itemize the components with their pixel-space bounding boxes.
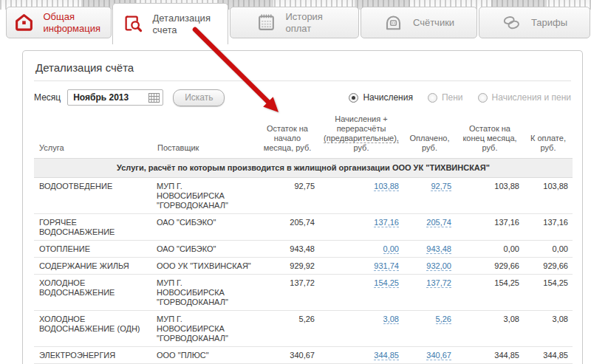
accrued-amount-link[interactable]: 154,25 [374, 278, 399, 288]
column-header-supplier: Поставщик [152, 111, 256, 159]
radio-label: Начисления [363, 92, 413, 103]
accruals-preliminary-hint: (предварительные), [324, 134, 399, 143]
to-pay-cell: 0,00 [524, 241, 573, 258]
paid-cell: 5,26 [403, 311, 456, 347]
paid-amount-link[interactable]: 932,00 [426, 261, 451, 271]
supplier-cell: ОАО "СИБЭКО" [152, 241, 256, 258]
invoice-search-icon [123, 14, 143, 34]
radio-label: Пени [442, 92, 463, 103]
start-balance-cell: 943,48 [256, 241, 319, 258]
service-row: ХОЛОДНОЕ ВОДОСНАБЖЕНИЕ МУП Г. НОВОСИБИРС… [34, 275, 573, 311]
meter-icon [383, 13, 403, 32]
accrued-cell: 344,85 [319, 347, 403, 364]
supplier-cell: МУП Г. НОВОСИБИРСКА "ГОРВОДОКАНАЛ" [152, 275, 256, 311]
supplier-cell: ООО "ПЛЮС" [152, 347, 256, 364]
service-row: ЭЛЕКТРОЭНЕРГИЯ ООО "ПЛЮС" 340,67 344,85 … [34, 347, 573, 364]
to-pay-cell: 344,85 [524, 347, 573, 364]
filter-controls: Месяц Искать Начисления Пени [34, 88, 571, 107]
accrued-amount-link[interactable]: 344,85 [374, 351, 399, 360]
page-title: Детализация счёта [34, 58, 571, 81]
service-row: ХОЛОДНОЕ ВОДОСНАБЖЕНИЕ (ОДН) МУП Г. НОВО… [34, 311, 573, 347]
page: Общая информация Детализация счета Истор… [0, 0, 591, 364]
accrued-amount-link[interactable]: 137,16 [374, 218, 399, 227]
month-label: Месяц [34, 92, 61, 103]
accrued-cell: 0,00 [319, 241, 403, 258]
paid-amount-link[interactable]: 137,72 [426, 278, 451, 288]
end-balance-cell: 0,00 [456, 241, 524, 258]
tab-general-info[interactable]: Общая информация [6, 7, 112, 38]
paid-cell: 932,00 [403, 258, 456, 275]
start-balance-cell: 340,67 [256, 347, 319, 364]
radio-accruals[interactable]: Начисления [349, 92, 413, 103]
end-balance-cell: 154,25 [456, 275, 524, 311]
accrued-amount-link[interactable]: 931,74 [374, 261, 399, 271]
accrued-amount-link[interactable]: 0,00 [383, 244, 399, 254]
service-row: ВОДООТВЕДЕНИЕ МУП Г. НОВОСИБИРСКА "ГОРВО… [34, 178, 573, 214]
search-button[interactable]: Искать [173, 89, 225, 106]
paid-cell: 92,75 [403, 178, 456, 214]
to-pay-cell: 103,88 [524, 178, 573, 214]
end-balance-cell: 3,08 [456, 311, 524, 347]
start-balance-cell: 92,75 [256, 178, 319, 214]
service-name-cell: ЭЛЕКТРОЭНЕРГИЯ [34, 347, 152, 364]
to-pay-cell: 154,25 [524, 275, 573, 311]
column-header-start-balance: Остаток на начало месяца, руб. [256, 111, 319, 159]
paid-amount-link[interactable]: 340,67 [426, 351, 451, 360]
tab-tariffs[interactable]: Тарифы [479, 7, 590, 38]
start-balance-cell: 137,72 [256, 275, 319, 311]
supplier-cell: ОАО "СИБЭКО" [152, 214, 256, 241]
group-header-text: Услуги, расчёт по которым производится в… [34, 159, 573, 178]
column-header-service: Услуга [34, 111, 152, 159]
home-icon [14, 13, 34, 32]
end-balance-cell: 137,16 [456, 214, 524, 241]
start-balance-cell: 929,92 [256, 258, 319, 275]
service-row: ОТОПЛЕНИЕ ОАО "СИБЭКО" 943,48 0,00 943,4… [34, 241, 573, 258]
radio-label: Начисления и пени [492, 92, 571, 103]
start-balance-cell: 205,74 [256, 214, 319, 241]
accrued-cell: 931,74 [319, 258, 403, 275]
service-name-cell: ГОРЯЧЕЕ ВОДОСНАБЖЕНИЕ [34, 214, 152, 241]
paid-cell: 340,67 [403, 347, 456, 364]
service-name-cell: ВОДООТВЕДЕНИЕ [34, 178, 152, 214]
accrued-cell: 3,08 [319, 311, 403, 347]
table-header-row: Услуга Поставщик Остаток на начало месяц… [34, 111, 573, 159]
radio-dot [349, 93, 358, 103]
paid-amount-link[interactable]: 943,48 [426, 244, 451, 254]
service-row: ГОРЯЧЕЕ ВОДОСНАБЖЕНИЕ ОАО "СИБЭКО" 205,7… [34, 214, 573, 241]
service-row: СОДЕРЖАНИЕ ЖИЛЬЯ ООО УК "ТИХВИНСКАЯ" 929… [34, 258, 573, 275]
account-details-panel: Детализация счёта Месяц Искать Начислени… [22, 50, 583, 364]
paid-cell: 137,72 [403, 275, 456, 311]
radio-dot [478, 93, 488, 103]
radio-penalties[interactable]: Пени [428, 92, 463, 103]
accrued-amount-link[interactable]: 3,08 [383, 315, 399, 324]
service-name-cell: ХОЛОДНОЕ ВОДОСНАБЖЕНИЕ (ОДН) [34, 311, 152, 347]
tab-label: История оплат [286, 11, 333, 35]
tab-label: Детализация счета [153, 13, 218, 36]
accrued-amount-link[interactable]: 103,88 [374, 182, 399, 191]
paid-amount-link[interactable]: 5,26 [436, 315, 451, 324]
tab-payment-history[interactable]: История оплат [230, 7, 359, 38]
month-field-wrap [67, 89, 163, 106]
supplier-cell: МУП Г. НОВОСИБИРСКА "ГОРВОДОКАНАЛ" [152, 311, 256, 347]
tab-label: Тарифы [531, 17, 567, 29]
accrued-cell: 137,16 [319, 214, 403, 241]
accruals-header-text: Начисления + перерасчёты [335, 114, 387, 133]
tab-account-details[interactable]: Детализация счета [112, 3, 228, 44]
charge-type-radios: Начисления Пени Начисления и пени [349, 92, 571, 103]
to-pay-cell: 3,08 [524, 311, 573, 347]
end-balance-cell: 344,85 [456, 347, 524, 364]
column-header-accruals: Начисления + перерасчёты (предварительны… [319, 111, 403, 159]
calendar-icon [256, 13, 276, 32]
accruals-header-units: руб. [354, 143, 369, 152]
service-name-cell: СОДЕРЖАНИЕ ЖИЛЬЯ [34, 258, 152, 275]
end-balance-cell: 103,88 [456, 178, 524, 214]
paid-amount-link[interactable]: 205,74 [426, 218, 451, 227]
paid-amount-link[interactable]: 92,75 [431, 182, 451, 191]
radio-accruals-and-penalties[interactable]: Начисления и пени [478, 92, 571, 103]
tab-meters[interactable]: Счётчики [361, 7, 477, 38]
accrued-cell: 103,88 [319, 178, 403, 214]
service-name-cell: ОТОПЛЕНИЕ [34, 241, 152, 258]
tab-label: Общая информация [44, 11, 104, 35]
services-table: Услуга Поставщик Остаток на начало месяц… [34, 111, 573, 364]
calendar-grid-icon[interactable] [148, 92, 160, 102]
